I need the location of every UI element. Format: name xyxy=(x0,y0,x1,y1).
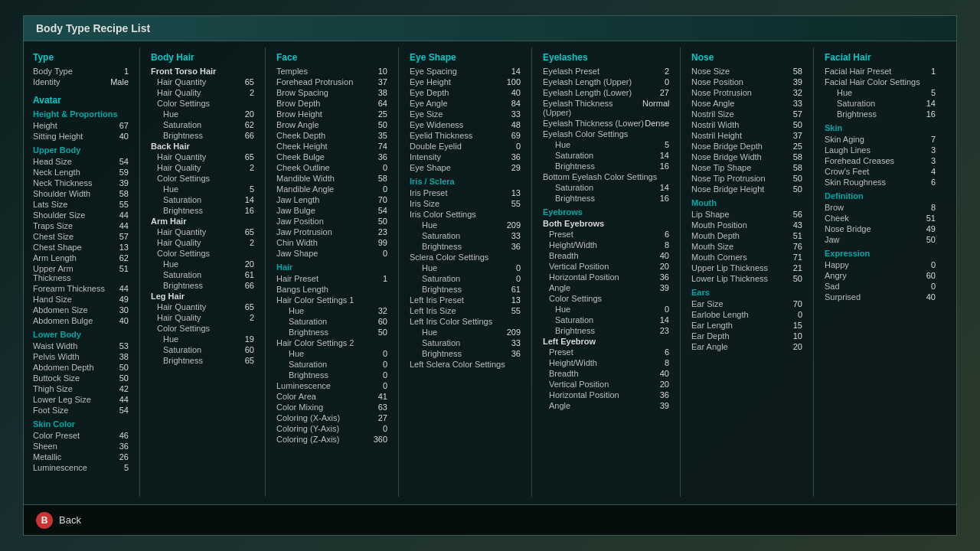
title-bar: Body Type Recipe List xyxy=(24,16,956,41)
eye-shape-column: Eye Shape Eye Spacing14 Eye Height100 Ey… xyxy=(410,47,521,497)
divider-6 xyxy=(813,47,814,497)
body-hair-header: Body Hair xyxy=(151,52,254,63)
divider-5 xyxy=(680,47,681,497)
expression-header: Expression xyxy=(825,249,936,258)
face-header: Face xyxy=(276,52,387,63)
divider-1 xyxy=(139,47,140,497)
hair-header: Hair xyxy=(276,262,387,272)
divider-4 xyxy=(531,47,532,497)
definition-header: Definition xyxy=(825,191,936,201)
height-row: Height 67 xyxy=(33,120,129,131)
body-type-row: Body Type 1 xyxy=(33,66,129,77)
body-type-label: Body Type xyxy=(33,67,73,76)
iris-sclera-header: Iris / Sclera xyxy=(410,177,521,186)
skin-color-header: Skin Color xyxy=(33,419,129,429)
page-title: Body Type Recipe List xyxy=(36,22,944,34)
eyelashes-header: Eyelashes xyxy=(543,52,669,63)
identity-value: Male xyxy=(109,77,129,86)
mouth-header: Mouth xyxy=(691,198,802,207)
divider-2 xyxy=(265,47,266,497)
identity-label: Identity xyxy=(33,77,60,86)
lower-body-header: Lower Body xyxy=(33,330,129,339)
facial-hair-column: Facial Hair Facial Hair Preset1 Facial H… xyxy=(825,47,936,497)
ears-header: Ears xyxy=(691,288,802,297)
divider-3 xyxy=(398,47,399,497)
body-type-value: 1 xyxy=(109,67,129,76)
back-button-icon[interactable]: B xyxy=(36,512,53,529)
type-header: Type xyxy=(33,52,129,63)
main-panel: Body Type Recipe List Type Body Type 1 I… xyxy=(23,15,957,536)
face-column: Face Temples10 Forehead Protrusion37 Bro… xyxy=(276,47,387,497)
bottom-bar: B Back xyxy=(24,504,956,535)
facial-hair-header: Facial Hair xyxy=(825,52,936,63)
eyelashes-column: Eyelashes Eyelash Preset2 Eyelash Length… xyxy=(543,47,669,497)
back-button-label[interactable]: Back xyxy=(59,514,81,526)
nose-column: Nose Nose Size58 Nose Position39 Nose Pr… xyxy=(691,47,802,497)
avatar-header: Avatar xyxy=(33,95,129,106)
eye-shape-header: Eye Shape xyxy=(410,52,521,63)
content-area: Type Body Type 1 Identity Male Avatar He… xyxy=(24,41,956,503)
sitting-height-row: Sitting Height 40 xyxy=(33,131,129,142)
skin-header: Skin xyxy=(825,123,936,132)
identity-row: Identity Male xyxy=(33,77,129,87)
height-proportions-header: Height & Proportions xyxy=(33,109,129,119)
nose-header: Nose xyxy=(691,52,802,63)
body-hair-column: Body Hair Front Torso Hair Hair Quantity… xyxy=(151,47,254,497)
upper-body-header: Upper Body xyxy=(33,145,129,155)
eyebrows-header: Eyebrows xyxy=(543,207,669,217)
type-column: Type Body Type 1 Identity Male Avatar He… xyxy=(33,47,129,497)
